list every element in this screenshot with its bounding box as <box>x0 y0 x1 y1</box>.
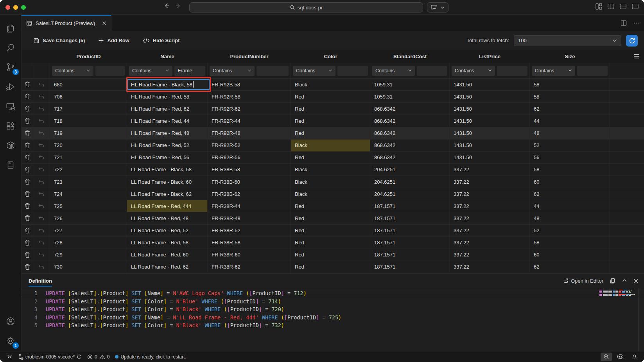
cell-standardcost[interactable]: 187.1571 <box>370 261 450 273</box>
cell-size[interactable]: 48 <box>530 127 610 139</box>
container-tools-icon[interactable] <box>1 136 20 155</box>
back-icon[interactable] <box>163 3 170 9</box>
column-header-size[interactable]: Size <box>530 50 610 63</box>
cell-standardcost[interactable]: 187.1571 <box>370 225 450 237</box>
remote-indicator[interactable] <box>4 353 15 361</box>
cell-size[interactable]: 52 <box>530 225 610 237</box>
filter-input-size[interactable] <box>577 66 608 76</box>
filter-input-name[interactable]: Frame <box>174 66 205 76</box>
filter-operator-size[interactable]: Contains <box>532 66 575 76</box>
cell-productnumber[interactable]: FR-R38R-58 <box>208 237 291 249</box>
cell-size[interactable]: 62 <box>530 261 610 273</box>
remote-explorer-icon[interactable] <box>1 97 20 116</box>
cell-listprice[interactable]: 1431.50 <box>450 127 530 139</box>
cell-listprice[interactable]: 337.22 <box>450 188 530 200</box>
cell-standardcost[interactable]: 868.6342 <box>370 115 450 127</box>
table-row[interactable]: 706HL Road Frame - Red, 58FR-R92R-58Red1… <box>22 91 644 103</box>
extensions-icon[interactable] <box>1 116 20 135</box>
cell-name[interactable]: HL Road Frame - Red, 48 <box>127 127 208 139</box>
cell-size[interactable]: 58 <box>530 237 610 249</box>
cell-standardcost[interactable]: 187.1571 <box>370 212 450 224</box>
toggle-primary-sidebar-icon[interactable] <box>608 3 614 10</box>
settings-gear-icon[interactable]: 1 <box>1 332 20 350</box>
cell-productnumber[interactable]: FR-R92R-48 <box>208 127 291 139</box>
cell-size[interactable]: 44 <box>530 200 610 212</box>
cell-productnumber[interactable]: FR-R92R-62 <box>208 103 291 115</box>
cell-productid[interactable]: 718 <box>50 115 127 127</box>
maximize-panel-icon[interactable] <box>622 278 627 283</box>
table-row[interactable]: 723LL Road Frame - Black, 60FR-R38B-60Bl… <box>22 176 644 188</box>
cell-color[interactable]: Red <box>291 127 370 139</box>
cell-name-editing[interactable]: HL Road Frame - Black, 58 <box>127 79 208 90</box>
cell-color[interactable]: Black <box>291 164 370 176</box>
cell-name[interactable]: LL Road Frame - Red, 444 <box>127 200 208 212</box>
cell-productnumber[interactable]: FR-R92R-56 <box>208 152 291 163</box>
sql-code-editor[interactable]: 1UPDATE [SalesLT].[Product] SET [Name] =… <box>22 288 644 351</box>
cell-color[interactable]: Black <box>291 140 370 151</box>
delete-row-button[interactable] <box>22 237 33 249</box>
cell-productnumber[interactable]: FR-R92R-58 <box>208 91 291 102</box>
cell-size[interactable]: 58 <box>530 91 610 102</box>
filter-operator-listprice[interactable]: Contains <box>452 66 495 76</box>
delete-row-button[interactable] <box>22 188 33 200</box>
database-projects-icon[interactable] <box>1 156 20 174</box>
table-row[interactable]: 730LL Road Frame - Red, 62FR-R38R-62Red1… <box>22 261 644 273</box>
column-header-name[interactable]: Name <box>127 50 208 63</box>
cell-listprice[interactable]: 337.22 <box>450 261 530 273</box>
cell-listprice[interactable]: 1431.50 <box>450 115 530 127</box>
refresh-button[interactable] <box>626 35 638 47</box>
cell-productid[interactable]: 722 <box>50 164 127 176</box>
delete-row-button[interactable] <box>22 212 33 224</box>
delete-row-button[interactable] <box>22 225 33 237</box>
open-in-editor-button[interactable]: Open in Editor <box>563 278 603 284</box>
cell-productid[interactable]: 680 <box>50 79 127 90</box>
revert-row-button[interactable] <box>33 103 50 115</box>
revert-row-button[interactable] <box>33 140 50 151</box>
cell-productnumber[interactable]: FR-R38B-58 <box>208 164 291 176</box>
update-ready-item[interactable]: Update is ready, click to restart. <box>112 353 188 361</box>
zoom-status-item[interactable] <box>601 353 612 361</box>
cell-color[interactable]: Red <box>291 200 370 212</box>
cell-productnumber[interactable]: FR-R92R-52 <box>208 140 291 151</box>
cell-productid[interactable]: 721 <box>50 152 127 163</box>
cell-productid[interactable]: 725 <box>50 200 127 212</box>
close-panel-icon[interactable] <box>633 278 639 283</box>
cell-name[interactable]: LL Road Frame - Red, 58 <box>127 237 208 249</box>
cell-color[interactable]: Red <box>291 261 370 273</box>
column-header-standardcost[interactable]: StandardCost <box>370 50 450 63</box>
cell-listprice[interactable]: 337.22 <box>450 249 530 261</box>
run-debug-icon[interactable] <box>1 77 20 96</box>
cell-size[interactable]: 56 <box>530 152 610 163</box>
filter-input-color[interactable] <box>337 66 368 76</box>
table-row[interactable]: 680HL Road Frame - Black, 58FR-R92B-58Bl… <box>22 79 644 91</box>
branch-status-item[interactable]: croblesm-0305-vscode* <box>15 353 84 361</box>
cell-standardcost[interactable]: 187.1571 <box>370 249 450 261</box>
cell-color[interactable]: Black <box>291 79 370 90</box>
cell-color[interactable]: Red <box>291 103 370 115</box>
table-row[interactable]: 724LL Road Frame - Black, 62FR-R38B-62Bl… <box>22 188 644 200</box>
cell-editor-input[interactable]: HL Road Frame - Black, 58 <box>127 79 210 90</box>
notifications-item[interactable] <box>629 353 640 361</box>
delete-row-button[interactable] <box>22 127 33 139</box>
delete-row-button[interactable] <box>22 176 33 188</box>
cell-standardcost[interactable]: 868.6342 <box>370 103 450 115</box>
zoom-window-button[interactable] <box>21 5 26 10</box>
forward-icon[interactable] <box>175 3 181 9</box>
cell-standardcost[interactable]: 204.6251 <box>370 164 450 176</box>
cell-listprice[interactable]: 1431.50 <box>450 152 530 163</box>
copy-icon[interactable] <box>610 278 615 284</box>
cell-name[interactable]: LL Road Frame - Black, 60 <box>127 176 208 188</box>
explorer-icon[interactable] <box>1 19 20 38</box>
delete-row-button[interactable] <box>22 261 33 273</box>
delete-row-button[interactable] <box>22 115 33 127</box>
revert-row-button[interactable] <box>33 152 50 163</box>
delete-row-button[interactable] <box>22 140 33 151</box>
cell-color[interactable]: Red <box>291 212 370 224</box>
cell-productnumber[interactable]: FR-R92R-44 <box>208 115 291 127</box>
cell-color[interactable]: Red <box>291 91 370 102</box>
column-menu-icon[interactable] <box>633 54 639 59</box>
source-control-icon[interactable]: 3 <box>1 58 20 77</box>
cell-name[interactable]: HL Road Frame - Red, 44 <box>127 115 208 127</box>
cell-size[interactable]: 52 <box>530 140 610 151</box>
cell-listprice[interactable]: 1431.50 <box>450 103 530 115</box>
